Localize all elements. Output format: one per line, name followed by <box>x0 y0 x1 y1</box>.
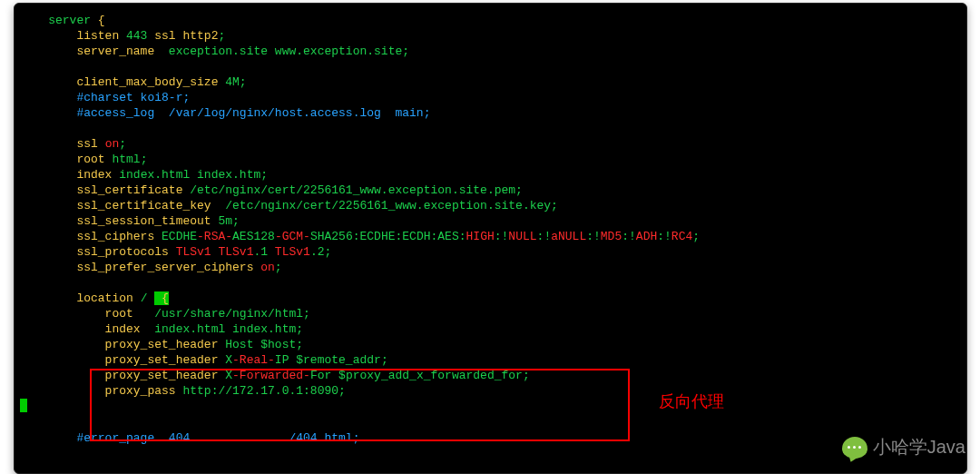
watermark: 小哈学Java <box>842 435 965 459</box>
terminal: server { listen 443 ssl http2; server_na… <box>20 9 966 473</box>
cursor <box>20 399 27 412</box>
watermark-text: 小哈学Java <box>873 435 965 459</box>
wechat-icon <box>842 437 867 459</box>
annotation-label: 反向代理 <box>659 390 724 412</box>
highlight-box <box>90 369 630 441</box>
screenshot-frame: server { listen 443 ssl http2; server_na… <box>14 3 967 474</box>
